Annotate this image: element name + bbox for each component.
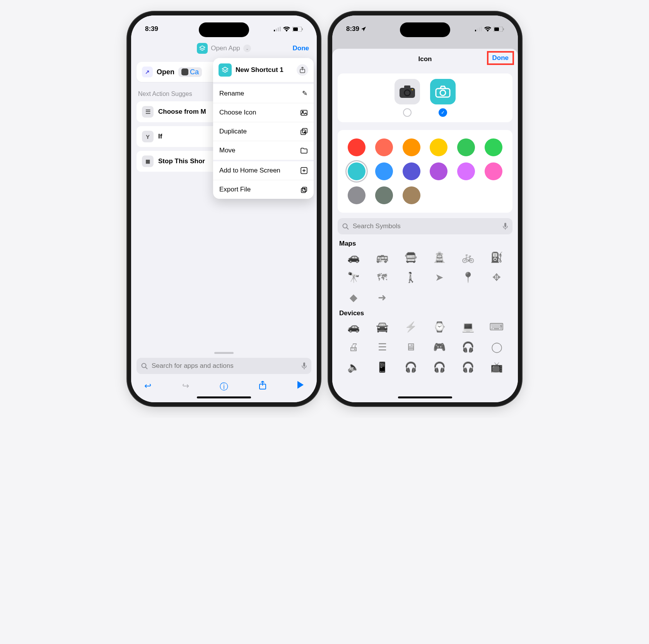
open-app-icon: ↗ [142, 67, 153, 77]
color-swatch[interactable] [375, 138, 393, 156]
symbol-walk[interactable]: 🚶 [404, 271, 417, 284]
done-button[interactable]: Done [492, 54, 509, 61]
symbol-cars[interactable]: 🚘 [376, 320, 389, 333]
grabber[interactable] [214, 352, 234, 354]
radio-selected[interactable]: ✓ [439, 108, 447, 117]
menu-add-home[interactable]: Add to Home Screen [213, 161, 314, 180]
symbol-map[interactable]: 🗺 [376, 271, 389, 284]
symbol-arrow-circle[interactable]: ➜ [376, 291, 389, 304]
menu-export[interactable]: Export File [213, 180, 314, 199]
symbol-turn-sign[interactable]: ◆ [347, 291, 360, 304]
color-swatch[interactable] [348, 138, 365, 156]
home-indicator[interactable] [398, 396, 452, 398]
symbol-airpods-pro[interactable]: 🎧 [461, 360, 475, 374]
symbol-devices[interactable]: 📱 [376, 360, 389, 374]
symbol-headphones[interactable]: 🎧 [461, 340, 475, 354]
shortcut-title: Open App [211, 44, 240, 52]
menu-move[interactable]: Move [213, 141, 314, 160]
color-swatch[interactable] [485, 138, 502, 156]
search-symbols[interactable] [338, 218, 512, 234]
symbol-keyboard[interactable]: ⌨ [490, 320, 503, 333]
svg-rect-19 [477, 29, 478, 31]
symbol-move-arrows[interactable]: ✥ [490, 271, 503, 284]
color-swatch[interactable] [403, 162, 420, 180]
symbol-applewatch[interactable]: ⌚ [433, 320, 446, 333]
mic-icon[interactable] [503, 223, 508, 230]
menu-duplicate[interactable]: Duplicate [213, 122, 314, 141]
symbol-tram[interactable]: 🚊 [433, 251, 446, 264]
color-swatch[interactable] [403, 186, 420, 204]
symbol-laptop[interactable]: 💻 [461, 320, 475, 333]
svg-rect-20 [479, 27, 480, 31]
svg-rect-18 [475, 30, 476, 31]
symbol-pin-radius[interactable]: 📍 [461, 271, 475, 284]
battery-icon [494, 27, 504, 32]
search-actions[interactable] [137, 358, 311, 374]
battery-icon [292, 27, 303, 32]
symbol-homepod[interactable]: ◯ [490, 340, 503, 354]
menu-label: Add to Home Screen [219, 167, 280, 174]
symbol-airpods[interactable]: 🎧 [404, 360, 417, 374]
color-picker-card [338, 130, 512, 213]
color-swatch[interactable] [348, 162, 365, 180]
symbol-printer[interactable]: 🖨 [347, 340, 360, 354]
app-parameter-chip[interactable]: Ca [178, 67, 202, 77]
symbol-location-arrow[interactable]: ➤ [433, 271, 446, 284]
done-button[interactable]: Done [293, 44, 309, 52]
duplicate-icon [301, 128, 307, 135]
color-swatch[interactable] [375, 186, 393, 204]
symbol-earpods[interactable]: 🎧 [433, 360, 446, 374]
color-swatch[interactable] [403, 138, 420, 156]
stop-icon: ◼ [142, 155, 154, 167]
radio-unselected[interactable] [403, 108, 412, 117]
icon-choice-original[interactable] [395, 79, 420, 117]
svg-rect-0 [274, 30, 275, 31]
location-icon [361, 26, 366, 32]
mic-icon[interactable] [302, 362, 307, 369]
home-indicator[interactable] [197, 396, 251, 398]
symbol-bus[interactable]: 🚌 [376, 251, 389, 264]
symbol-fuelpump[interactable]: ⛽ [490, 251, 503, 264]
svg-rect-8 [301, 110, 307, 115]
symbol-binoculars[interactable]: 🔭 [347, 271, 360, 284]
export-icon [301, 186, 307, 193]
color-swatch[interactable] [375, 162, 393, 180]
color-swatch[interactable] [485, 162, 502, 180]
share-icon[interactable] [297, 64, 308, 76]
svg-rect-3 [280, 27, 281, 31]
search-input[interactable] [151, 362, 299, 370]
symbol-bus-double[interactable]: 🚍 [404, 251, 417, 264]
menu-choose-icon[interactable]: Choose Icon [213, 103, 314, 122]
dynamic-island [199, 22, 249, 37]
symbol-gamecontroller[interactable]: 🎮 [433, 340, 446, 354]
symbol-car[interactable]: 🚗 [347, 251, 360, 264]
color-swatch[interactable] [430, 138, 447, 156]
menu-rename[interactable]: Rename ✎ [213, 84, 314, 103]
share-button[interactable] [259, 381, 266, 393]
suggestion-label: Choose from M [158, 108, 206, 116]
symbol-server[interactable]: ☰ [376, 340, 389, 354]
symbol-speaker[interactable]: 🔈 [347, 360, 360, 374]
info-button[interactable]: ⓘ [220, 381, 228, 393]
symbol-car[interactable]: 🚗 [347, 320, 360, 333]
symbol-appletv[interactable]: 📺 [490, 360, 503, 374]
run-button[interactable] [297, 381, 304, 393]
shortcut-title-chip[interactable]: Open App ⌄ [197, 43, 251, 54]
symbol-display[interactable]: 🖥 [404, 340, 417, 354]
color-swatch[interactable] [348, 186, 365, 204]
color-swatch[interactable] [457, 138, 475, 156]
color-swatch[interactable] [457, 162, 475, 180]
phone-right-icon-picker: 8:39 Icon Done [332, 15, 518, 402]
symbol-car-charging[interactable]: ⚡ [404, 320, 417, 333]
folder-icon [301, 148, 307, 154]
search-input[interactable] [352, 222, 500, 231]
undo-button[interactable]: ↩︎ [144, 381, 151, 393]
icon-choice-glyph[interactable]: ✓ [430, 79, 456, 117]
svg-rect-26 [404, 85, 410, 89]
chevron-down-icon[interactable]: ⌄ [243, 44, 251, 52]
color-swatch[interactable] [430, 162, 447, 180]
search-icon [342, 223, 349, 230]
symbol-bicycle[interactable]: 🚲 [461, 251, 475, 264]
svg-rect-33 [504, 223, 506, 227]
svg-rect-24 [503, 28, 504, 30]
